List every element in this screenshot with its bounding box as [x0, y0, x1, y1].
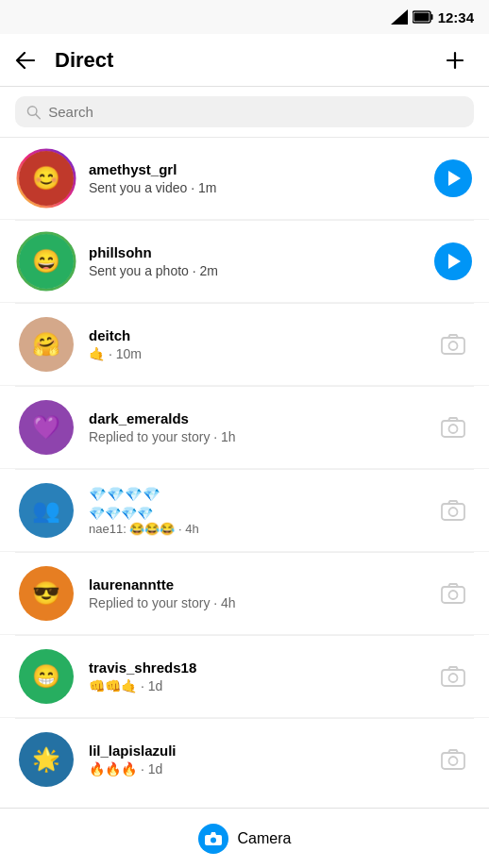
camera-label: Camera	[238, 830, 292, 847]
action-button[interactable]	[432, 656, 474, 697]
svg-marker-0	[391, 9, 408, 25]
svg-rect-10	[442, 338, 464, 354]
search-bar[interactable]	[15, 96, 474, 127]
message-username: laurenanntte	[89, 576, 421, 593]
add-icon	[444, 49, 466, 72]
avatar: 😎	[15, 562, 77, 625]
svg-point-11	[449, 342, 458, 350]
message-username: 💎💎💎💎	[89, 486, 421, 503]
search-icon	[26, 105, 41, 120]
message-info: travis_shreds18👊👊🤙 · 1d	[89, 659, 421, 693]
message-preview: Replied to your story · 4h	[89, 595, 421, 610]
message-info: laurenanntteReplied to your story · 4h	[89, 576, 421, 610]
play-button[interactable]	[434, 242, 472, 280]
add-button[interactable]	[436, 42, 474, 79]
svg-rect-16	[442, 587, 464, 603]
avatar: 😄	[15, 230, 77, 292]
back-icon	[15, 52, 36, 69]
message-preview: Sent you a video · 1m	[89, 180, 421, 195]
action-button[interactable]	[432, 158, 474, 199]
svg-point-15	[449, 508, 458, 516]
camera-icon	[441, 666, 465, 687]
status-time: 12:34	[438, 9, 474, 25]
header: Direct	[0, 34, 489, 87]
action-button[interactable]	[432, 407, 474, 448]
avatar: 🌟	[15, 728, 77, 791]
status-bar: 12:34	[0, 0, 489, 34]
svg-marker-24	[211, 832, 216, 835]
list-item[interactable]: 🤗deitch🤙 · 10m	[0, 304, 489, 386]
camera-icon	[441, 749, 465, 770]
avatar: 😊	[15, 147, 77, 209]
message-preview: 🤙 · 10m	[89, 346, 421, 361]
message-preview: 💎💎💎💎nae11: 😂😂😂 · 4h	[89, 506, 421, 536]
svg-point-21	[449, 757, 458, 765]
message-info: phillsohnSent you a photo · 2m	[89, 244, 421, 278]
bottom-bar[interactable]: Camera	[0, 808, 489, 868]
avatar: 💜	[15, 396, 77, 459]
list-item[interactable]: 😊amethyst_grlSent you a video · 1m	[0, 138, 489, 220]
svg-rect-18	[442, 670, 464, 686]
action-button[interactable]	[432, 573, 474, 614]
search-container	[0, 87, 489, 138]
svg-point-17	[449, 591, 458, 599]
message-username: dark_emeralds	[89, 410, 421, 426]
message-info: amethyst_grlSent you a video · 1m	[89, 161, 421, 195]
message-info: dark_emeraldsReplied to your story · 1h	[89, 410, 421, 444]
message-info: lil_lapislazuli🔥🔥🔥 · 1d	[89, 743, 421, 776]
action-button[interactable]	[432, 490, 474, 531]
camera-icon	[441, 583, 465, 604]
message-username: phillsohn	[89, 244, 421, 260]
message-preview: 🔥🔥🔥 · 1d	[89, 761, 421, 776]
status-icons: 12:34	[391, 9, 474, 25]
svg-rect-20	[442, 753, 464, 769]
back-button[interactable]	[8, 44, 43, 76]
list-item[interactable]: 👥💎💎💎💎💎💎💎💎nae11: 😂😂😂 · 4h	[0, 470, 489, 552]
camera-icon	[441, 417, 465, 438]
svg-point-23	[211, 837, 216, 843]
svg-rect-12	[442, 421, 464, 437]
list-item[interactable]: 🌟lil_lapislazuli🔥🔥🔥 · 1d	[0, 719, 489, 800]
camera-icon	[441, 500, 465, 521]
camera-button[interactable]	[198, 824, 228, 854]
message-username: travis_shreds18	[89, 659, 421, 676]
list-item[interactable]: 😄phillsohnSent you a photo · 2m	[0, 221, 489, 303]
svg-rect-14	[442, 504, 464, 520]
play-icon	[448, 254, 461, 269]
play-icon	[448, 171, 461, 186]
message-preview: Sent you a photo · 2m	[89, 263, 421, 278]
list-item[interactable]: 💜dark_emeraldsReplied to your story · 1h	[0, 387, 489, 469]
svg-rect-2	[430, 14, 432, 20]
action-button[interactable]	[432, 739, 474, 780]
avatar: 😁	[15, 645, 77, 708]
svg-point-19	[449, 674, 458, 682]
svg-line-7	[36, 114, 40, 118]
avatar: 🤗	[15, 313, 77, 376]
message-info: deitch🤙 · 10m	[89, 327, 421, 361]
page-title: Direct	[55, 48, 436, 73]
signal-icon	[391, 9, 408, 25]
search-input[interactable]	[48, 104, 463, 120]
action-button[interactable]	[432, 241, 474, 282]
svg-point-13	[449, 425, 458, 433]
play-button[interactable]	[434, 159, 472, 197]
message-preview: Replied to your story · 1h	[89, 429, 421, 444]
avatar: 👥	[15, 479, 77, 542]
message-preview: 👊👊🤙 · 1d	[89, 678, 421, 693]
message-username: lil_lapislazuli	[89, 743, 421, 759]
camera-icon	[205, 832, 222, 845]
svg-rect-3	[413, 13, 429, 22]
battery-icon	[413, 10, 433, 24]
action-button[interactable]	[432, 324, 474, 365]
list-item[interactable]: 😎laurenanntteReplied to your story · 4h	[0, 553, 489, 635]
camera-icon	[441, 334, 465, 355]
message-username: deitch	[89, 327, 421, 343]
messages-list: 😊amethyst_grlSent you a video · 1m😄phill…	[0, 138, 489, 800]
message-username: amethyst_grl	[89, 161, 421, 177]
list-item[interactable]: 😁travis_shreds18👊👊🤙 · 1d	[0, 636, 489, 718]
message-info: 💎💎💎💎💎💎💎💎nae11: 😂😂😂 · 4h	[89, 486, 421, 536]
